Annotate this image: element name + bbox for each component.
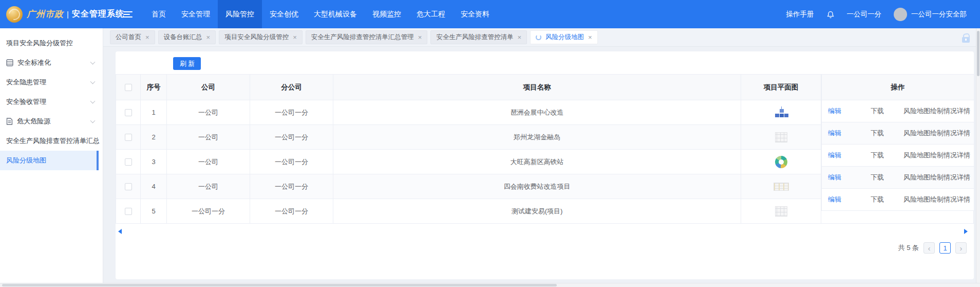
download-link[interactable]: 下载 <box>871 129 884 138</box>
org-switcher[interactable]: 一公司一分 <box>847 10 882 19</box>
close-icon[interactable]: × <box>293 34 297 41</box>
download-link[interactable]: 下载 <box>871 151 884 160</box>
tab-project-risk-grading[interactable]: 项目安全风险分级管控 × <box>219 30 303 44</box>
refresh-button[interactable]: 刷新 <box>173 57 201 70</box>
sidebar-item-risk-checklist-summary[interactable]: 安全生产风险排查管控清单汇总 <box>0 131 103 151</box>
sidebar-item-project-risk-grading[interactable]: 项目安全风险分级管控 <box>0 33 103 53</box>
row-checkbox[interactable] <box>125 109 132 116</box>
risk-map-detail-link[interactable]: 风险地图绘制情况详情 <box>903 129 970 138</box>
operation-row: 编辑 下载 风险地图绘制情况详情 <box>821 145 974 167</box>
manual-link[interactable]: 操作手册 <box>786 10 814 19</box>
cell-project: 测试建安易(项目) <box>333 199 741 224</box>
loading-spinner-icon <box>536 34 541 40</box>
prev-page-button[interactable]: ‹ <box>924 242 935 254</box>
operation-row: 编辑 下载 风险地图绘制情况详情 <box>821 122 974 145</box>
collapse-menu-icon[interactable] <box>123 11 133 17</box>
tab-risk-grading-map[interactable]: 风险分级地图 × <box>530 30 598 44</box>
risk-map-detail-link[interactable]: 风险地图绘制情况详情 <box>903 106 970 116</box>
row-checkbox[interactable] <box>125 158 132 166</box>
download-link[interactable]: 下载 <box>871 106 884 116</box>
sidebar-item-major-hazard-source[interactable]: 危大危险源 <box>0 112 103 131</box>
nav-item-home[interactable]: 首页 <box>144 0 174 28</box>
operation-column: 操作 编辑 下载 风险地图绘制情况详情 编辑 下载 风险地图绘制情况详情 编辑 … <box>821 75 974 211</box>
row-checkbox[interactable] <box>125 134 132 141</box>
close-icon[interactable]: × <box>145 34 149 41</box>
nav-item-safety-excellence[interactable]: 安全创优 <box>262 0 306 28</box>
sidebar-item-acceptance-mgmt[interactable]: 安全验收管理 <box>0 92 103 112</box>
nav-item-large-machinery[interactable]: 大型机械设备 <box>306 0 365 28</box>
app-title: 安全管理系统 <box>72 9 124 20</box>
operation-row: 编辑 下载 风险地图绘制情况详情 <box>821 189 974 211</box>
cell-company: 一公司 <box>167 125 250 150</box>
nav-item-safety-mgmt[interactable]: 安全管理 <box>174 0 218 28</box>
tab-equipment-ledger[interactable]: 设备台账汇总 × <box>158 30 216 44</box>
lock-icon[interactable] <box>962 37 970 43</box>
company-logo-icon <box>6 6 23 23</box>
edit-link[interactable]: 编辑 <box>828 129 841 138</box>
tab-checklist-summary-mgmt[interactable]: 安全生产风险排查管控清单汇总管理 × <box>306 30 428 44</box>
select-all-checkbox[interactable] <box>125 84 132 91</box>
avatar <box>894 8 907 21</box>
current-page-button[interactable]: 1 <box>939 242 951 254</box>
cell-plan <box>741 199 821 224</box>
cell-branch: 一公司一分 <box>250 150 333 174</box>
nav-item-safety-docs[interactable]: 安全资料 <box>453 0 497 28</box>
checkbox-cell <box>116 174 141 199</box>
header-serial: 序号 <box>141 75 167 100</box>
project-plan-thumbnail[interactable] <box>775 156 787 168</box>
scroll-right-icon[interactable] <box>964 229 968 234</box>
next-page-button[interactable]: › <box>955 242 967 254</box>
close-icon[interactable]: × <box>588 34 592 41</box>
tab-company-home[interactable]: 公司首页 × <box>110 30 155 44</box>
project-plan-thumbnail[interactable] <box>775 132 787 142</box>
vertical-scrollbar-thumb[interactable] <box>977 31 979 76</box>
header-company: 公司 <box>167 75 250 100</box>
chevron-down-icon <box>90 99 96 104</box>
cell-company: 一公司 <box>167 150 250 174</box>
risk-map-detail-link[interactable]: 风险地图绘制情况详情 <box>903 173 970 182</box>
cell-branch: 一公司一分 <box>250 100 333 125</box>
cell-company: 一公司 <box>167 100 250 125</box>
brand-name: 广州市政 <box>27 8 64 20</box>
download-link[interactable]: 下载 <box>871 173 884 182</box>
edit-link[interactable]: 编辑 <box>828 173 841 182</box>
checkbox-cell <box>116 150 141 174</box>
header-branch: 分公司 <box>250 75 333 100</box>
cell-project: 郑州龙湖金融岛 <box>333 125 741 150</box>
risk-map-detail-link[interactable]: 风险地图绘制情况详情 <box>903 195 970 204</box>
header-checkbox-cell <box>116 75 141 100</box>
cell-branch: 一公司一分 <box>250 199 333 224</box>
sidebar-item-risk-grading-map[interactable]: 风险分级地图 <box>0 151 99 170</box>
bell-icon[interactable] <box>826 10 835 19</box>
edit-link[interactable]: 编辑 <box>828 195 841 204</box>
nav-item-major-projects[interactable]: 危大工程 <box>409 0 453 28</box>
cell-serial: 4 <box>141 174 167 199</box>
close-icon[interactable]: × <box>206 34 211 41</box>
download-link[interactable]: 下载 <box>871 195 884 204</box>
row-checkbox[interactable] <box>125 208 132 215</box>
sidebar-item-safety-standardization[interactable]: 安全标准化 <box>0 53 103 73</box>
sidebar-item-hazard-mgmt[interactable]: 安全隐患管理 <box>0 73 103 92</box>
project-plan-thumbnail[interactable] <box>774 106 788 119</box>
close-icon[interactable]: × <box>517 34 521 41</box>
user-menu[interactable]: 一公司一分安全部 <box>894 8 967 21</box>
project-plan-thumbnail[interactable] <box>774 183 789 191</box>
scroll-left-icon[interactable] <box>118 229 122 234</box>
row-checkbox[interactable] <box>125 183 132 190</box>
edit-link[interactable]: 编辑 <box>828 151 841 160</box>
topbar-right: 操作手册 一公司一分 一公司一分安全部 <box>786 8 980 21</box>
user-name: 一公司一分安全部 <box>911 10 967 19</box>
project-plan-thumbnail[interactable] <box>775 206 787 217</box>
edit-link[interactable]: 编辑 <box>828 106 841 116</box>
chevron-down-icon <box>90 60 96 65</box>
vertical-scrollbar[interactable] <box>976 28 980 283</box>
nav-item-video-monitor[interactable]: 视频监控 <box>365 0 409 28</box>
nav-item-risk-control[interactable]: 风险管控 <box>218 0 262 28</box>
horizontal-scrollbar[interactable] <box>0 283 980 287</box>
grid-icon <box>6 59 13 66</box>
tab-risk-checklist[interactable]: 安全生产风险排查管控清单 × <box>430 30 527 44</box>
horizontal-scrollbar-thumb[interactable] <box>2 284 557 286</box>
risk-map-detail-link[interactable]: 风险地图绘制情况详情 <box>903 151 970 160</box>
cell-branch: 一公司一分 <box>250 174 333 199</box>
close-icon[interactable]: × <box>418 34 422 41</box>
